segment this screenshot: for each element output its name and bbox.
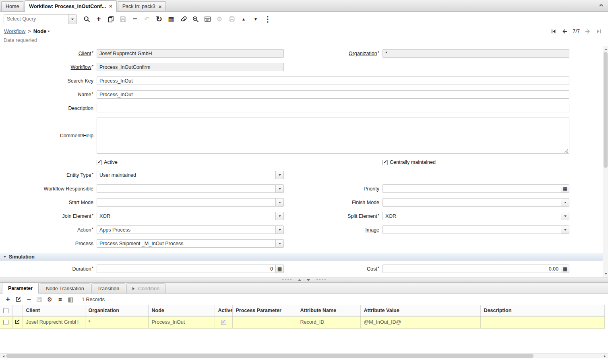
finish-mode-dropdown-icon[interactable] xyxy=(561,198,569,207)
breadcrumb-workflow-link[interactable]: Workflow xyxy=(4,28,25,34)
undo-icon[interactable]: ↶ xyxy=(142,14,152,24)
client-input[interactable] xyxy=(97,49,284,58)
save-icon[interactable] xyxy=(118,14,128,24)
column-header-active[interactable]: Active xyxy=(215,305,232,316)
description-input[interactable] xyxy=(97,104,569,112)
splitter[interactable] xyxy=(0,277,608,283)
report-icon[interactable] xyxy=(203,14,212,24)
vertical-scrollbar[interactable] xyxy=(603,46,608,277)
scroll-left-icon[interactable] xyxy=(0,354,6,359)
column-header-organization[interactable]: Organization xyxy=(85,305,148,316)
horizontal-scrollbar-thumb[interactable] xyxy=(6,354,534,358)
edit-row-icon[interactable] xyxy=(14,295,23,304)
organization-input[interactable] xyxy=(383,49,569,58)
join-element-input[interactable] xyxy=(97,212,275,220)
arrow-down-icon[interactable]: ▼ xyxy=(251,14,261,24)
splitter-collapse-down-icon[interactable] xyxy=(307,279,310,283)
entity-type-input[interactable] xyxy=(97,171,275,179)
centrally-maintained-checkbox[interactable]: Centrally maintained xyxy=(383,159,436,165)
last-record-icon[interactable] xyxy=(595,28,602,35)
search-key-input[interactable] xyxy=(97,77,569,85)
calculator-icon[interactable]: ▦ xyxy=(275,265,284,273)
resize-handle-icon[interactable] xyxy=(565,149,568,153)
refresh-icon[interactable]: ↻ xyxy=(154,14,164,24)
arrow-up-icon[interactable]: ▲ xyxy=(239,14,248,24)
copy-record-icon[interactable] xyxy=(106,14,116,24)
tab-node-translation[interactable]: Node Translation xyxy=(40,283,90,293)
tab-pack-in[interactable]: Pack In: pack3 × xyxy=(118,1,166,11)
process-input[interactable] xyxy=(97,239,275,248)
split-element-dropdown-icon[interactable] xyxy=(561,212,569,220)
splitter-collapse-up-icon[interactable] xyxy=(298,277,301,281)
calculator-icon[interactable]: ▦ xyxy=(561,184,569,193)
toggle-columns-icon[interactable]: ▥ xyxy=(66,295,75,304)
column-header-client[interactable]: Client xyxy=(23,305,85,316)
tab-parameter[interactable]: Parameter xyxy=(2,283,39,294)
tab-transition[interactable]: Transition xyxy=(91,283,125,293)
new-record-icon[interactable]: + xyxy=(94,14,103,24)
export-list-icon[interactable]: ≡ xyxy=(56,295,64,304)
column-header-process-parameter[interactable]: Process Parameter xyxy=(232,305,297,316)
name-input[interactable] xyxy=(97,90,569,99)
entity-type-dropdown-icon[interactable] xyxy=(275,171,284,179)
scroll-up-icon[interactable] xyxy=(603,46,608,51)
comment-help-textarea[interactable] xyxy=(97,118,569,154)
column-header-description[interactable]: Description xyxy=(480,305,605,316)
delete-row-icon[interactable]: − xyxy=(25,295,33,304)
zoom-across-icon[interactable] xyxy=(190,14,200,24)
scroll-right-icon[interactable] xyxy=(602,354,608,359)
cost-input[interactable] xyxy=(383,265,561,273)
overflow-menu-icon[interactable]: ⋮ xyxy=(263,14,273,24)
row-edit-icon[interactable] xyxy=(14,320,20,326)
join-element-dropdown-icon[interactable] xyxy=(275,212,284,220)
start-mode-input[interactable] xyxy=(97,198,275,207)
calculator-icon[interactable]: ▦ xyxy=(561,265,569,273)
duration-input[interactable] xyxy=(97,265,275,273)
new-row-icon[interactable]: + xyxy=(4,295,12,304)
print-icon[interactable] xyxy=(227,14,236,24)
column-header-attribute-value[interactable]: Attribute Value xyxy=(360,305,480,316)
active-checkbox[interactable]: Active xyxy=(97,159,118,165)
delete-record-icon[interactable]: − xyxy=(130,14,140,24)
first-record-icon[interactable] xyxy=(550,28,557,35)
workflow-responsible-dropdown-icon[interactable] xyxy=(275,184,284,193)
tab-condition[interactable]: Condition xyxy=(126,283,165,293)
horizontal-scrollbar[interactable] xyxy=(0,353,608,358)
simulation-section-header[interactable]: Simulation xyxy=(0,253,608,261)
start-mode-dropdown-icon[interactable] xyxy=(275,198,284,207)
search-icon[interactable] xyxy=(82,14,91,24)
process-dropdown-icon[interactable] xyxy=(275,239,284,248)
splitter-grip[interactable] xyxy=(316,279,326,280)
finish-mode-input[interactable] xyxy=(383,198,561,207)
tab-workflow[interactable]: Workflow: Process_InOutConf... × xyxy=(25,0,116,12)
gear-icon[interactable]: ⚙ xyxy=(215,14,224,24)
column-header-node[interactable]: Node xyxy=(148,305,215,316)
checkbox-icon[interactable] xyxy=(97,160,102,165)
checkbox-icon[interactable] xyxy=(383,160,388,165)
priority-input[interactable] xyxy=(383,184,561,193)
chevron-up-icon[interactable] xyxy=(597,2,605,9)
tab-home[interactable]: Home xyxy=(1,1,23,11)
select-query-input[interactable] xyxy=(4,14,68,24)
vertical-scrollbar-thumb[interactable] xyxy=(604,52,608,168)
column-header-attribute-name[interactable]: Attribute Name xyxy=(297,305,360,316)
image-input[interactable] xyxy=(383,225,561,234)
table-row[interactable]: Josef Rupprecht GmbH * Process_InOut Rec… xyxy=(0,316,605,328)
close-icon[interactable]: × xyxy=(159,4,162,9)
action-dropdown-icon[interactable] xyxy=(275,225,284,234)
split-element-input[interactable] xyxy=(383,212,561,220)
gear-icon[interactable]: ⚙ xyxy=(45,295,54,304)
action-input[interactable] xyxy=(97,225,275,234)
splitter-grip[interactable] xyxy=(282,279,292,280)
select-query-dropdown-icon[interactable] xyxy=(68,14,77,24)
breadcrumb-current-tab[interactable]: Node xyxy=(33,28,50,34)
save-icon[interactable] xyxy=(35,295,43,304)
attachment-icon[interactable] xyxy=(178,14,188,24)
select-all-checkbox[interactable] xyxy=(3,308,8,313)
previous-record-icon[interactable] xyxy=(561,28,569,35)
image-dropdown-icon[interactable] xyxy=(561,225,569,234)
scroll-down-icon[interactable] xyxy=(603,272,608,277)
workflow-responsible-input[interactable] xyxy=(97,184,275,193)
workflow-input[interactable] xyxy=(97,63,284,71)
row-checkbox[interactable] xyxy=(3,320,8,325)
